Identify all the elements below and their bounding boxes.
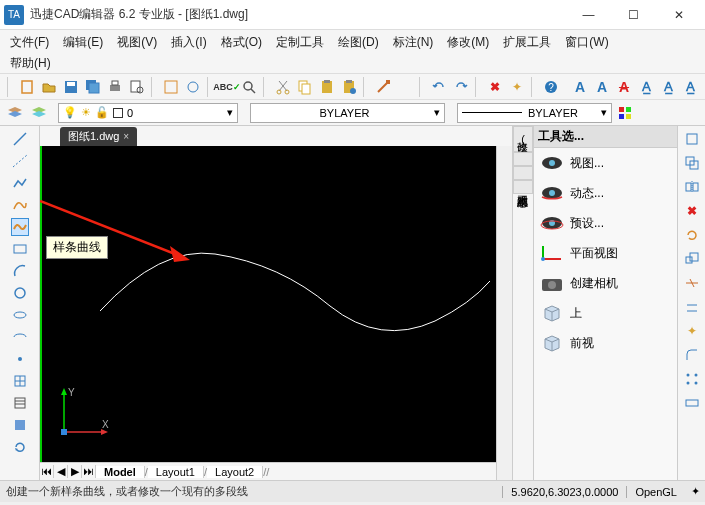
svg-rect-26 <box>626 107 631 112</box>
nav-first-icon[interactable]: ⏮ <box>40 465 54 478</box>
arc-tool[interactable] <box>11 262 29 280</box>
spellcheck-icon[interactable]: ABC✓ <box>217 77 237 97</box>
nav-last-icon[interactable]: ⏭ <box>82 465 96 478</box>
refresh-tool[interactable] <box>11 438 29 456</box>
vertical-tab[interactable]: 修改( <box>513 126 533 152</box>
menu-item[interactable]: 视图(V) <box>111 32 163 53</box>
construction-line-tool[interactable] <box>11 152 29 170</box>
text-a6-icon[interactable]: A̲ <box>680 77 700 97</box>
fillet-icon[interactable] <box>683 346 701 364</box>
tool-palette-item[interactable]: 动态... <box>534 178 677 208</box>
menu-item[interactable]: 编辑(E) <box>57 32 109 53</box>
delete-obj-icon[interactable]: ✖ <box>683 202 701 220</box>
lineweight-combo[interactable]: BYLAYER ▾ <box>457 103 612 123</box>
bylayer-color-icon[interactable] <box>615 103 635 123</box>
menu-item[interactable]: 格式(O) <box>215 32 268 53</box>
tool-palette-item[interactable]: 视图... <box>534 148 677 178</box>
menu-item[interactable]: 绘图(D) <box>332 32 385 53</box>
region-tool[interactable] <box>11 416 29 434</box>
vertical-tab[interactable]: 三维动态观察 <box>513 180 533 194</box>
brush-icon[interactable] <box>395 77 415 97</box>
text-a5-icon[interactable]: A̲ <box>658 77 678 97</box>
print-icon[interactable] <box>105 77 125 97</box>
mirror-icon[interactable] <box>683 178 701 196</box>
svg-marker-43 <box>61 388 67 395</box>
array-icon[interactable] <box>683 370 701 388</box>
find-icon[interactable] <box>239 77 259 97</box>
rectangle-tool[interactable] <box>11 240 29 258</box>
layout-tab[interactable]: Model <box>96 466 145 478</box>
paste-special-icon[interactable] <box>339 77 359 97</box>
paste-icon[interactable] <box>317 77 337 97</box>
tool-palette-item[interactable]: 前视 <box>534 328 677 358</box>
text-a1-icon[interactable]: A <box>570 77 590 97</box>
explode-obj-icon[interactable]: ✦ <box>683 322 701 340</box>
menu-item[interactable]: 插入(I) <box>165 32 212 53</box>
hatch-tool[interactable] <box>11 394 29 412</box>
nav-next-icon[interactable]: ▶ <box>68 465 82 478</box>
rotate-icon[interactable] <box>683 226 701 244</box>
polyline-tool[interactable] <box>11 174 29 192</box>
layer-states-icon[interactable] <box>29 103 49 123</box>
help-icon[interactable]: ? <box>541 77 561 97</box>
tool-palette-item[interactable]: 创建相机 <box>534 268 677 298</box>
circle-tool[interactable] <box>11 284 29 302</box>
document-tab[interactable]: 图纸1.dwg × <box>60 127 137 146</box>
ellipse-tool[interactable] <box>11 306 29 324</box>
save-all-icon[interactable] <box>83 77 103 97</box>
tool-b-icon[interactable] <box>183 77 203 97</box>
drawing-canvas[interactable]: Y X 样条曲线 <box>40 146 496 462</box>
menu-item[interactable]: 标注(N) <box>387 32 440 53</box>
text-a2-icon[interactable]: A <box>592 77 612 97</box>
text-a4-icon[interactable]: A̲ <box>636 77 656 97</box>
offset-icon[interactable] <box>683 298 701 316</box>
window-title: 迅捷CAD编辑器 6.2 专业版 - [图纸1.dwg] <box>30 6 566 23</box>
menu-item[interactable]: 帮助(H) <box>4 53 57 74</box>
move-icon[interactable] <box>683 130 701 148</box>
minimize-button[interactable]: — <box>566 1 611 29</box>
layer-combo[interactable]: 💡 ☀ 🔓 0 ▾ <box>58 103 238 123</box>
nav-prev-icon[interactable]: ◀ <box>54 465 68 478</box>
stretch-icon[interactable] <box>683 394 701 412</box>
layout-tab[interactable]: Layout1 <box>148 466 204 478</box>
tool-palette-item[interactable]: 预设... <box>534 208 677 238</box>
text-strike-icon[interactable]: A <box>614 77 634 97</box>
vertical-tab[interactable]: 查 <box>513 152 533 166</box>
tool-palette-item[interactable]: 上 <box>534 298 677 328</box>
menu-item[interactable]: 定制工具 <box>270 32 330 53</box>
match-icon[interactable] <box>373 77 393 97</box>
undo-icon[interactable] <box>429 77 449 97</box>
print-preview-icon[interactable] <box>127 77 147 97</box>
vertical-tab[interactable]: 视图 <box>513 166 533 180</box>
close-button[interactable]: ✕ <box>656 1 701 29</box>
layer-manager-icon[interactable] <box>5 103 25 123</box>
spline-tool[interactable] <box>11 218 29 236</box>
tab-close-icon[interactable]: × <box>123 131 129 142</box>
menu-item[interactable]: 扩展工具 <box>497 32 557 53</box>
new-file-icon[interactable] <box>17 77 37 97</box>
tool-a-icon[interactable] <box>161 77 181 97</box>
copy-obj-icon[interactable] <box>683 154 701 172</box>
linetype-combo[interactable]: BYLAYER▾ <box>250 103 445 123</box>
delete-icon[interactable]: ✖ <box>485 77 505 97</box>
block-tool[interactable] <box>11 372 29 390</box>
menu-item[interactable]: 窗口(W) <box>559 32 614 53</box>
cut-icon[interactable] <box>273 77 293 97</box>
menu-item[interactable]: 文件(F) <box>4 32 55 53</box>
scale-icon[interactable] <box>683 250 701 268</box>
save-icon[interactable] <box>61 77 81 97</box>
open-file-icon[interactable] <box>39 77 59 97</box>
explode-icon[interactable]: ✦ <box>507 77 527 97</box>
maximize-button[interactable]: ☐ <box>611 1 656 29</box>
line-tool[interactable] <box>11 130 29 148</box>
redo-icon[interactable] <box>451 77 471 97</box>
menu-item[interactable]: 修改(M) <box>441 32 495 53</box>
tool-palette-item[interactable]: 平面视图 <box>534 238 677 268</box>
trim-icon[interactable] <box>683 274 701 292</box>
curve-tool[interactable] <box>11 196 29 214</box>
ellipse-arc-tool[interactable] <box>11 328 29 346</box>
point-tool[interactable] <box>11 350 29 368</box>
copy-icon[interactable] <box>295 77 315 97</box>
layout-tab[interactable]: Layout2 <box>207 466 263 478</box>
vertical-scrollbar[interactable] <box>496 146 512 480</box>
